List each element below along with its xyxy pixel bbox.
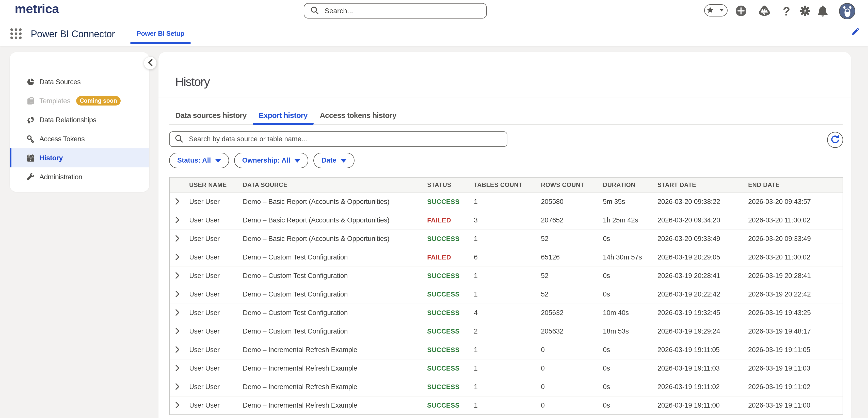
cell-end-date: 2026-03-19 19:11:03: [748, 359, 843, 378]
setup-gear-button[interactable]: [796, 0, 814, 22]
cell-status: FAILED: [427, 248, 474, 267]
chevron-right-icon: [175, 253, 180, 261]
filter-label: Date: [321, 156, 337, 164]
table-row: User User Demo – Incremental Refresh Exa…: [169, 396, 843, 415]
expand-row-button[interactable]: [175, 290, 180, 298]
filter-date[interactable]: Date: [313, 153, 354, 168]
cell-duration: 1h 25m 42s: [603, 211, 657, 230]
export-history-table: USER NAME DATA SOURCE STATUS TABLES COUN…: [169, 177, 843, 415]
cell-end-date: 2026-03-19 19:11:00: [748, 396, 843, 415]
expand-row-button[interactable]: [175, 327, 180, 335]
filter-bar: Status: All Ownership: All Date: [169, 153, 354, 168]
user-avatar[interactable]: [839, 3, 855, 19]
cell-rows-count: 52: [541, 230, 603, 248]
cell-status: FAILED: [427, 211, 474, 230]
cell-rows-count: 52: [541, 267, 603, 285]
cell-start-date: 2026-03-20 09:33:49: [657, 230, 748, 248]
tab-export-history[interactable]: Export history: [253, 107, 314, 124]
cell-status: SUCCESS: [427, 396, 474, 415]
cell-data-source: Demo – Custom Test Configuration: [243, 322, 427, 341]
table-row: User User Demo – Custom Test Configurati…: [169, 248, 843, 267]
cell-data-source: Demo – Custom Test Configuration: [243, 285, 427, 304]
status-badge: SUCCESS: [427, 402, 460, 409]
cell-tables-count: 2: [474, 322, 541, 341]
status-badge: FAILED: [427, 216, 451, 224]
cell-tables-count: 1: [474, 378, 541, 396]
favorites-dropdown-button[interactable]: [716, 5, 727, 16]
filter-ownership[interactable]: Ownership: All: [234, 153, 309, 168]
cell-status: SUCCESS: [427, 359, 474, 378]
sidebar-collapse-button[interactable]: [144, 57, 157, 69]
sidebar-item-data-relationships[interactable]: Data Relationships: [10, 110, 149, 129]
trailhead-button[interactable]: [755, 0, 774, 22]
clipboard-icon: [27, 97, 34, 105]
edit-page-button[interactable]: [850, 25, 862, 38]
cell-duration: 0s: [603, 359, 657, 378]
cell-data-source: Demo – Custom Test Configuration: [243, 267, 427, 285]
expand-row-button[interactable]: [175, 253, 180, 261]
table-row: User User Demo – Incremental Refresh Exa…: [169, 359, 843, 378]
global-actions-button[interactable]: [732, 0, 750, 22]
cell-data-source: Demo – Custom Test Configuration: [243, 304, 427, 322]
expand-row-button[interactable]: [175, 402, 180, 409]
expand-row-button[interactable]: [175, 198, 180, 206]
sidebar-item-label: Access Tokens: [39, 135, 85, 143]
expand-row-button[interactable]: [175, 235, 180, 243]
cell-start-date: 2026-03-19 20:28:41: [657, 267, 748, 285]
cell-status: SUCCESS: [427, 267, 474, 285]
sidebar-item-history[interactable]: 7 History: [10, 148, 149, 167]
filter-status[interactable]: Status: All: [169, 153, 229, 168]
cell-end-date: 2026-03-19 20:22:42: [748, 285, 843, 304]
refresh-button[interactable]: [827, 132, 843, 148]
sidebar-item-data-sources[interactable]: Data Sources: [10, 72, 149, 91]
help-button[interactable]: ?: [777, 0, 796, 22]
cell-start-date: 2026-03-20 09:34:20: [657, 211, 748, 230]
tab-label: Data sources history: [175, 111, 247, 120]
table-search-input[interactable]: [189, 135, 494, 143]
chevron-right-icon: [175, 290, 180, 298]
cell-rows-count: 0: [541, 359, 603, 378]
tab-label: Export history: [259, 111, 308, 120]
sidebar-item-access-tokens[interactable]: Access Tokens: [10, 129, 149, 148]
table-row: User User Demo – Incremental Refresh Exa…: [169, 341, 843, 359]
cell-data-source: Demo – Incremental Refresh Example: [243, 396, 427, 415]
nav-tab-power-bi-setup[interactable]: Power BI Setup: [130, 22, 191, 45]
page-title: History: [175, 75, 210, 89]
tab-access-tokens-history[interactable]: Access tokens history: [314, 107, 403, 124]
col-status: STATUS: [427, 177, 474, 193]
caret-down-icon: [341, 159, 346, 163]
search-icon: [175, 134, 183, 144]
chevron-right-icon: [175, 309, 180, 317]
chevron-right-icon: [175, 272, 180, 280]
status-badge: SUCCESS: [427, 198, 460, 205]
cell-rows-count: 205580: [541, 193, 603, 211]
expand-row-button[interactable]: [175, 383, 180, 391]
cell-end-date: 2026-03-20 11:00:02: [748, 248, 843, 267]
cell-tables-count: 1: [474, 359, 541, 378]
chevron-right-icon: [175, 383, 180, 391]
expand-row-button[interactable]: [175, 272, 180, 280]
notifications-button[interactable]: [813, 0, 832, 22]
expand-row-button[interactable]: [175, 364, 180, 372]
cell-status: SUCCESS: [427, 285, 474, 304]
cell-data-source: Demo – Basic Report (Accounts & Opportun…: [243, 211, 427, 230]
expand-row-button[interactable]: [175, 216, 180, 224]
filter-label: Ownership: All: [242, 156, 290, 164]
chevron-right-icon: [175, 327, 180, 335]
expand-row-button[interactable]: [175, 346, 180, 354]
question-mark-icon: ?: [783, 4, 790, 18]
app-launcher-icon[interactable]: [10, 28, 22, 40]
table-row: User User Demo – Basic Report (Accounts …: [169, 230, 843, 248]
expand-row-button[interactable]: [175, 309, 180, 317]
cell-duration: 14h 30m 57s: [603, 248, 657, 267]
cell-user-name: User User: [189, 193, 243, 211]
cell-user-name: User User: [189, 230, 243, 248]
pie-chart-icon: [27, 78, 34, 86]
cell-start-date: 2026-03-19 19:11:03: [657, 359, 748, 378]
tab-data-sources-history[interactable]: Data sources history: [169, 107, 253, 124]
col-start-date: START DATE: [657, 177, 748, 193]
sidebar-item-administration[interactable]: Administration: [10, 167, 149, 186]
favorites-star-button[interactable]: [705, 5, 716, 16]
cell-tables-count: 4: [474, 304, 541, 322]
cell-tables-count: 6: [474, 248, 541, 267]
